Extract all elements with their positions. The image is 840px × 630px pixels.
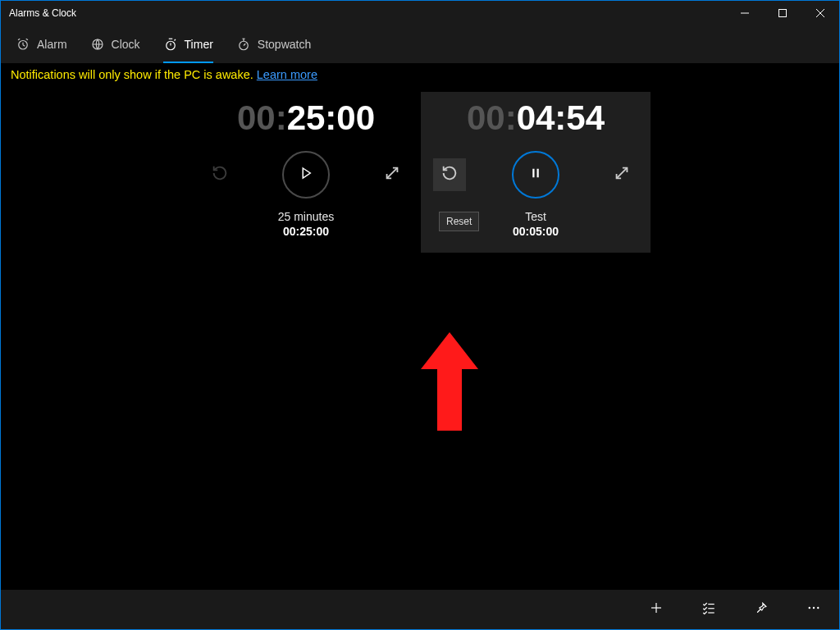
window-controls — [726, 1, 839, 25]
play-button[interactable] — [282, 151, 330, 199]
tab-strip: Alarm Clock Timer Stopwatch — [1, 25, 839, 63]
timer-controls — [421, 151, 651, 199]
svg-marker-23 — [421, 332, 478, 431]
reset-button[interactable] — [433, 158, 466, 191]
maximize-button[interactable] — [764, 1, 801, 25]
expand-icon — [613, 164, 631, 185]
svg-marker-18 — [303, 168, 310, 178]
timer-duration: 00:25:00 — [191, 225, 421, 238]
tab-alarm-label: Alarm — [37, 38, 67, 51]
timer-icon — [163, 37, 178, 52]
pause-icon — [528, 166, 543, 184]
svg-line-19 — [387, 168, 398, 179]
pause-button[interactable] — [512, 151, 559, 199]
tab-stopwatch[interactable]: Stopwatch — [236, 25, 311, 63]
reset-tooltip: Reset — [439, 212, 479, 231]
notification-text: Notifications will only show if the PC i… — [11, 68, 257, 81]
svg-line-22 — [617, 168, 628, 179]
expand-button[interactable] — [605, 158, 638, 191]
reset-icon — [211, 164, 229, 185]
svg-point-31 — [817, 607, 819, 609]
pin-icon — [754, 600, 769, 619]
svg-rect-21 — [537, 169, 539, 178]
title-bar: Alarms & Clock — [1, 1, 839, 25]
svg-rect-20 — [532, 169, 534, 178]
clock-icon — [90, 37, 105, 52]
stopwatch-icon — [236, 37, 251, 52]
timer-card-test[interactable]: 00:04:54 Reset Test 00:05:00 — [421, 92, 651, 253]
tab-clock[interactable]: Clock — [90, 25, 140, 63]
timer-label: 25 minutes — [191, 210, 421, 223]
tab-timer-label: Timer — [185, 38, 213, 51]
edit-timers-button[interactable] — [688, 590, 729, 629]
more-button[interactable] — [793, 590, 834, 629]
notification-bar: Notifications will only show if the PC i… — [1, 63, 839, 89]
tab-clock-label: Clock — [112, 38, 140, 51]
tab-alarm[interactable]: Alarm — [16, 25, 67, 63]
plus-icon — [649, 600, 664, 619]
command-bar — [1, 590, 839, 629]
svg-point-29 — [809, 607, 810, 609]
svg-line-7 — [18, 39, 20, 40]
expand-icon — [383, 164, 401, 185]
svg-rect-1 — [779, 10, 787, 17]
timer-footer: 25 minutes 00:25:00 — [191, 210, 421, 238]
timer-controls — [191, 151, 421, 199]
reset-button[interactable] — [203, 158, 236, 191]
timer-readout: 00:04:54 — [421, 98, 651, 138]
svg-line-8 — [26, 39, 28, 40]
window-title: Alarms & Clock — [9, 7, 76, 19]
timer-grid: 00:25:00 25 minutes 00:25:00 — [1, 89, 839, 588]
pin-button[interactable] — [741, 590, 782, 629]
tab-stopwatch-label: Stopwatch — [258, 38, 311, 51]
alarm-icon — [16, 37, 30, 52]
timer-readout: 00:25:00 — [191, 98, 421, 138]
annotation-arrow — [421, 332, 478, 431]
more-icon — [806, 600, 821, 619]
list-check-icon — [701, 600, 716, 619]
expand-button[interactable] — [376, 158, 409, 191]
timer-card-25-minutes[interactable]: 00:25:00 25 minutes 00:25:00 — [191, 92, 421, 253]
svg-line-6 — [23, 45, 25, 47]
svg-point-30 — [813, 607, 815, 609]
play-icon — [299, 166, 313, 184]
svg-line-15 — [244, 43, 245, 45]
close-button[interactable] — [801, 1, 839, 25]
svg-line-13 — [174, 39, 176, 41]
add-timer-button[interactable] — [636, 590, 677, 629]
notification-link[interactable]: Learn more — [257, 68, 317, 81]
minimize-button[interactable] — [726, 1, 764, 25]
reset-icon — [441, 164, 459, 185]
tab-timer[interactable]: Timer — [163, 25, 213, 63]
